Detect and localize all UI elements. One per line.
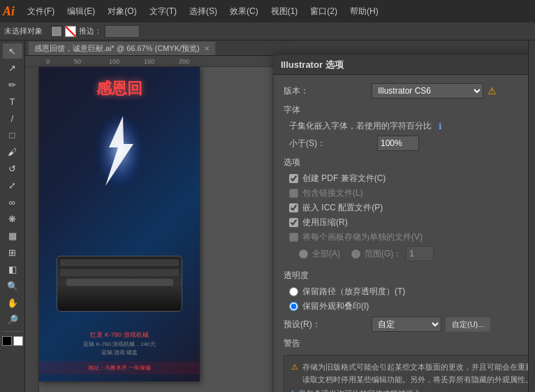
create-pdf-row: 创建 PDF 兼容文件(C)	[289, 173, 528, 184]
range-range-radio[interactable]	[351, 249, 360, 259]
range-all-row: 全部(A)	[299, 248, 340, 260]
include-linked-row: 包含链接文件(L)	[289, 187, 528, 199]
stroke-width-input[interactable]	[105, 25, 140, 38]
tool-line[interactable]: /	[3, 110, 22, 126]
tool-pen[interactable]: ✏	[3, 77, 22, 92]
embed-icc-checkbox[interactable]	[289, 203, 298, 212]
menu-help[interactable]: 帮助(H)	[344, 3, 384, 20]
version-select[interactable]: Illustrator CS6	[372, 83, 483, 99]
right-panel	[528, 41, 535, 392]
preserve-appearance-radio[interactable]	[289, 302, 298, 311]
tool-brush[interactable]: 🖌	[3, 144, 22, 159]
tool-scale[interactable]: ⤢	[3, 177, 22, 193]
use-compress-label: 使用压缩(R)	[302, 217, 348, 228]
preserve-paths-row: 保留路径（放弃透明度）(T)	[289, 286, 528, 298]
range-value-input[interactable]	[406, 246, 434, 261]
include-linked-label: 包含链接文件(L)	[302, 187, 363, 199]
stroke-color-swatch[interactable]	[65, 26, 76, 37]
fill-indicator[interactable]	[2, 336, 12, 346]
warning-text-1: 存储为旧版格式可能会引起某些文本版面的更改，并且可能会在重新读取文档时停用某些编…	[302, 361, 528, 386]
menu-items: 文件(F) 编辑(E) 对象(O) 文字(T) 选择(S) 效果(C) 视图(1…	[22, 3, 384, 20]
use-compress-row: 使用压缩(R)	[289, 217, 528, 228]
range-row: 全部(A) 范围(G)：	[299, 246, 528, 264]
preserve-appearance-label: 保留外观和叠印(I)	[302, 300, 369, 312]
options-section-body: 创建 PDF 兼容文件(C) 包含链接文件(L) 嵌入 ICC 配置文件(P)	[289, 173, 528, 264]
menu-effect[interactable]: 效果(C)	[224, 3, 264, 20]
save-each-checkbox[interactable]	[289, 233, 298, 242]
tool-blend[interactable]: ∞	[3, 194, 22, 210]
font-section-body: 子集化嵌入字体，若使用的字符百分比 ℹ 小于(S)：	[289, 120, 528, 151]
tool-rect[interactable]: □	[3, 127, 22, 143]
svg-line-1	[503, 388, 528, 392]
use-compress-checkbox[interactable]	[289, 218, 298, 227]
tool-direct-select[interactable]: ↗	[3, 60, 22, 75]
menu-view[interactable]: 视图(1)	[265, 3, 304, 20]
canvas-area: 感恩回馈，诚意巨献.ai* @ 66.67% (CMYK/预览) ✕ 0 50 …	[25, 41, 528, 392]
range-range-row: 范围(G)：	[351, 246, 434, 261]
version-row: 版本： Illustrator CS6 ⚠	[284, 83, 528, 99]
warning-triangle-icon: ⚠	[291, 361, 298, 374]
tool-rotate[interactable]: ↺	[3, 161, 22, 176]
main-area: ↖ ↗ ✏ T / □ 🖌 ↺ ⤢ ∞ ❋ ▦ ⊞ ◧ 🔍 ✋ 🔎 感恩回馈，诚…	[0, 41, 535, 392]
dialog-title-bar: Illustrator 选项	[274, 55, 528, 75]
tool-select[interactable]: ↖	[3, 43, 22, 59]
version-warning-icon: ⚠	[488, 85, 497, 96]
font-desc: 子集化嵌入字体，若使用的字符百分比	[289, 120, 432, 132]
custom-preset-button[interactable]: 自定(U)...	[446, 317, 490, 332]
red-arrow-indicator	[489, 384, 528, 392]
font-info-icon: ℹ	[439, 122, 442, 131]
toolbar: 未选择对象 推边：	[0, 22, 535, 41]
tools-panel: ↖ ↗ ✏ T / □ 🖌 ↺ ⤢ ∞ ❋ ▦ ⊞ ◧ 🔍 ✋ 🔎	[0, 41, 25, 392]
preset-select[interactable]: 自定	[372, 317, 441, 332]
menu-object[interactable]: 对象(O)	[102, 3, 142, 20]
font-lt-row: 小于(S)：	[289, 136, 528, 151]
menu-edit[interactable]: 编辑(E)	[61, 3, 101, 20]
preserve-appearance-row: 保留外观和叠印(I)	[289, 300, 528, 312]
font-lt-input[interactable]	[377, 136, 419, 151]
menu-select[interactable]: 选择(S)	[184, 3, 223, 20]
create-pdf-checkbox[interactable]	[289, 174, 298, 183]
dialog-body: 版本： Illustrator CS6 ⚠ 字体 子集化嵌入字体，若使用的字符百…	[274, 75, 528, 392]
tool-column[interactable]: ▦	[3, 228, 22, 243]
options-section-label: 选项	[284, 157, 528, 168]
stroke-label: 推边：	[79, 26, 102, 36]
tool-zoom[interactable]: 🔎	[3, 312, 22, 327]
warning-line-1: ⚠ 存储为旧版格式可能会引起某些文本版面的更改，并且可能会在重新读取文档时停用某…	[291, 361, 528, 386]
save-each-label: 将每个画板存储为单独的文件(V)	[302, 231, 423, 243]
menu-text[interactable]: 文字(T)	[144, 3, 182, 20]
preserve-paths-label: 保留路径（放弃透明度）(T)	[302, 286, 405, 298]
fill-color-swatch[interactable]	[51, 26, 62, 37]
selection-label: 未选择对象	[4, 26, 43, 36]
stroke-indicator[interactable]	[13, 336, 23, 346]
font-section-label: 字体	[284, 104, 528, 116]
range-all-radio[interactable]	[299, 249, 308, 259]
save-each-row: 将每个画板存储为单独的文件(V)	[289, 231, 528, 243]
menu-file[interactable]: 文件(F)	[22, 3, 60, 20]
preset-row: 预设(R)： 自定 自定(U)...	[284, 317, 528, 332]
info-circle-icon: ℹ	[291, 388, 294, 392]
menu-bar: Ai 文件(F) 编辑(E) 对象(O) 文字(T) 选择(S) 效果(C) 视…	[0, 0, 535, 22]
preset-label: 预设(R)：	[284, 319, 367, 331]
warning-section-label: 警告	[284, 337, 528, 349]
illustrator-options-dialog: Illustrator 选项 版本： Illustrator CS6 ⚠ 字体	[273, 55, 528, 392]
warning-text-2: 仅包含适当许可位的字体才能被嵌入。	[298, 388, 429, 392]
preserve-paths-radio[interactable]	[289, 287, 298, 296]
embed-icc-label: 嵌入 ICC 配置文件(P)	[302, 202, 383, 214]
menu-window[interactable]: 窗口(2)	[305, 3, 343, 20]
color-controls	[2, 336, 23, 346]
tool-mesh[interactable]: ⊞	[3, 245, 22, 260]
tool-symbol[interactable]: ❋	[3, 211, 22, 226]
tool-hand[interactable]: ✋	[3, 295, 22, 310]
tool-text[interactable]: T	[3, 94, 22, 109]
dialog-title: Illustrator 选项	[281, 59, 344, 71]
version-label: 版本：	[284, 85, 367, 97]
font-desc-row: 子集化嵌入字体，若使用的字符百分比 ℹ	[289, 120, 528, 132]
font-lt-label: 小于(S)：	[289, 138, 373, 150]
tool-gradient[interactable]: ◧	[3, 261, 22, 277]
range-range-label: 范围(G)：	[365, 248, 402, 260]
include-linked-checkbox[interactable]	[289, 189, 298, 198]
ai-logo: Ai	[3, 4, 15, 19]
tool-eyedropper[interactable]: 🔍	[3, 278, 22, 293]
embed-icc-row: 嵌入 ICC 配置文件(P)	[289, 202, 528, 214]
transparency-section-body: 保留路径（放弃透明度）(T) 保留外观和叠印(I)	[289, 286, 528, 312]
